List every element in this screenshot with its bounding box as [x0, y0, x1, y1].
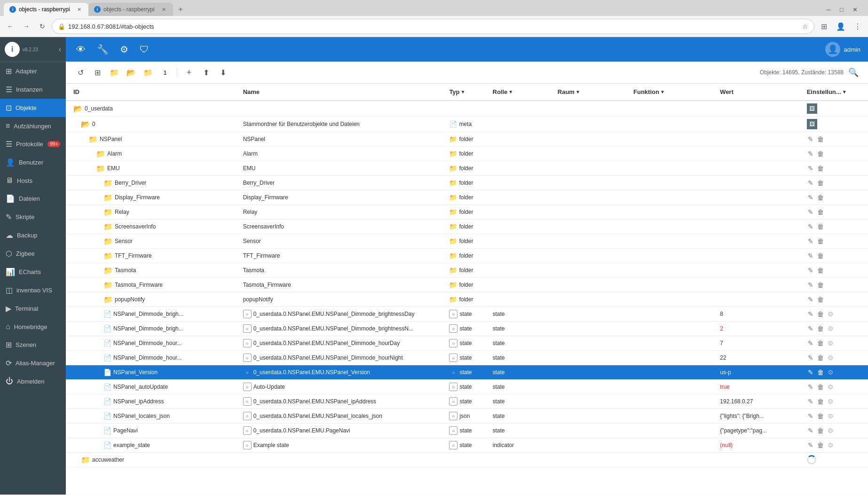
table-row[interactable]: 📁 Alarm Alarm 📁folder ✎ 🗑: [66, 147, 868, 161]
upload-button[interactable]: ⬆: [199, 65, 213, 79]
sidebar-item-abmelden[interactable]: ⏻ Abmelden: [0, 372, 66, 390]
edit-button[interactable]: ✎: [807, 193, 814, 202]
forward-button[interactable]: →: [20, 20, 33, 33]
table-row[interactable]: 📁 Sensor Sensor 📁folder ✎ 🗑: [66, 234, 868, 249]
sidebar-item-adapter[interactable]: ⊞ Adapter: [0, 62, 66, 80]
delete-button[interactable]: 🗑: [816, 411, 825, 421]
settings-button[interactable]: ⚙: [827, 309, 835, 319]
table-row[interactable]: 📁 Relay Relay 📁folder ✎ 🗑: [66, 205, 868, 220]
edit-button[interactable]: ✎: [807, 440, 814, 450]
col-raum[interactable]: Raum ▼: [554, 84, 630, 101]
table-row[interactable]: 📁 EMU EMU 📁folder ✎ 🗑: [66, 161, 868, 176]
delete-button[interactable]: 🗑: [816, 440, 825, 450]
settings-button[interactable]: ⚙: [827, 397, 835, 406]
col-id[interactable]: ID: [66, 84, 239, 101]
close-button[interactable]: ✕: [849, 4, 860, 15]
settings-button[interactable]: ⚙: [827, 324, 835, 333]
maximize-button[interactable]: □: [836, 4, 847, 15]
minimize-button[interactable]: ─: [823, 4, 834, 15]
nav-shield-icon[interactable]: 🛡: [137, 41, 152, 58]
edit-button[interactable]: ✎: [807, 207, 814, 217]
delete-button[interactable]: 🗑: [816, 397, 825, 406]
delete-button[interactable]: 🗑: [816, 309, 825, 319]
nav-eye-icon[interactable]: 👁: [73, 41, 88, 58]
edit-button[interactable]: ✎: [807, 236, 814, 246]
delete-button[interactable]: 🗑: [816, 295, 825, 304]
edit-button[interactable]: ✎: [807, 149, 814, 158]
sidebar-item-zigbee[interactable]: ⬡ Zigbee: [0, 244, 66, 263]
table-row[interactable]: 📁 ScreensaverInfo ScreensaverInfo 📁folde…: [66, 220, 868, 234]
sidebar-item-instanzen[interactable]: ☰ Instanzen: [0, 80, 66, 99]
search-button[interactable]: 🔍: [846, 65, 860, 79]
edit-button[interactable]: ✎: [807, 411, 814, 421]
profile-button[interactable]: 👤: [834, 20, 847, 33]
table-row[interactable]: 📁 TFT_Firmware TFT_Firmware 📁folder ✎ 🗑: [66, 249, 868, 263]
edit-button[interactable]: ✎: [807, 134, 814, 144]
settings-button[interactable]: ⚙: [827, 382, 835, 392]
table-row[interactable]: 📄 NSPanel_Dimmode_hour... ○ 0_userdata.0…: [66, 351, 868, 365]
sidebar-item-terminal[interactable]: ▶ Terminal: [0, 299, 66, 318]
delete-button[interactable]: 🗑: [816, 236, 825, 246]
col-settings[interactable]: Einstellun... ▼: [803, 84, 868, 101]
col-name[interactable]: Name: [239, 84, 446, 101]
edit-button[interactable]: ✎: [807, 338, 814, 348]
settings-button[interactable]: ⚙: [827, 426, 835, 435]
number-button[interactable]: 1: [158, 65, 172, 79]
delete-button[interactable]: 🗑: [816, 178, 825, 188]
delete-button[interactable]: 🗑: [816, 368, 825, 377]
sidebar-item-aufzaehlungen[interactable]: ≡ Aufzählungen: [0, 117, 66, 135]
sidebar-item-echarts[interactable]: 📊 ECharts: [0, 263, 66, 281]
delete-button[interactable]: 🗑: [816, 149, 825, 158]
delete-button[interactable]: 🗑: [816, 382, 825, 392]
table-row[interactable]: 📄 NSPanel_Dimmode_brigh... ○ 0_userdata.…: [66, 307, 868, 322]
folder-add-button[interactable]: 📁: [141, 65, 155, 79]
edit-button[interactable]: ✎: [807, 309, 814, 319]
table-row[interactable]: 📁 NSPanel NSPanel 📁folder ✎ 🗑: [66, 132, 868, 147]
sidebar-item-inventwo[interactable]: ◫ inventwo VIS: [0, 281, 66, 299]
edit-button[interactable]: ✎: [807, 397, 814, 406]
table-row[interactable]: 📁 accuweather: [66, 453, 868, 467]
sidebar-collapse-button[interactable]: ‹: [59, 45, 61, 54]
grid-view-button[interactable]: ⊞: [90, 65, 104, 79]
table-row[interactable]: 📁 Tasmota_Firmware Tasmota_Firmware 📁fol…: [66, 278, 868, 292]
url-bar[interactable]: 🔒 192.168.0.67:8081/#tab-objects ☆: [52, 19, 814, 34]
settings-button[interactable]: ⚙: [827, 338, 835, 348]
user-menu[interactable]: 👤 admin: [825, 42, 860, 57]
edit-button[interactable]: ✎: [807, 251, 814, 260]
sidebar-item-protokolle[interactable]: ☰ Protokolle 99+: [0, 135, 66, 153]
extensions-button[interactable]: ⊞: [817, 20, 830, 33]
edit-button[interactable]: ✎: [807, 222, 814, 231]
edit-button[interactable]: ✎: [807, 382, 814, 392]
bookmark-icon[interactable]: ☆: [802, 23, 808, 30]
sidebar-item-szenen[interactable]: ⊞ Szenen: [0, 336, 66, 354]
delete-button[interactable]: 🗑: [816, 251, 825, 260]
table-row[interactable]: 📁 Display_Firmware Display_Firmware 📁fol…: [66, 190, 868, 205]
col-typ[interactable]: Typ ▼: [445, 84, 489, 101]
settings-button[interactable]: ⚙: [827, 411, 835, 421]
delete-button[interactable]: 🗑: [816, 222, 825, 231]
refresh-button[interactable]: ↺: [73, 65, 87, 79]
nav-gear-icon[interactable]: ⚙: [117, 41, 131, 58]
delete-button[interactable]: 🗑: [816, 207, 825, 217]
edit-button[interactable]: ✎: [807, 266, 814, 275]
table-row[interactable]: 📄 PageNavi ○ 0_userdata.0.NSPanel.EMU.Pa…: [66, 424, 868, 438]
table-row[interactable]: 📄 example_state ○ Example state ○state i…: [66, 438, 868, 453]
delete-button[interactable]: 🗑: [816, 266, 825, 275]
table-row[interactable]: 📂 0 Stammordner für Benutzerobjekte und …: [66, 117, 868, 132]
folder-open-button[interactable]: 📂: [124, 65, 138, 79]
tab-1[interactable]: i objects - raspberrypi ✕: [4, 3, 88, 16]
table-row[interactable]: 📁 Berry_Driver Berry_Driver 📁folder ✎ 🗑: [66, 176, 868, 190]
delete-button[interactable]: 🗑: [816, 426, 825, 435]
delete-button[interactable]: 🗑: [816, 324, 825, 333]
edit-button[interactable]: ✎: [807, 324, 814, 333]
table-row[interactable]: 📄 NSPanel_Version ○ 0_userdata.0.NSPanel…: [66, 365, 868, 380]
sidebar-item-dateien[interactable]: 📄 Dateien: [0, 189, 66, 208]
table-row[interactable]: 📄 NSPanel_Dimmode_brigh... ○ 0_userdata.…: [66, 322, 868, 336]
edit-button[interactable]: ✎: [807, 426, 814, 435]
sidebar-item-hosts[interactable]: 🖥 Hosts: [0, 172, 66, 189]
sidebar-item-objekte[interactable]: ⊡ Objekte: [0, 99, 66, 117]
sidebar-item-skripte[interactable]: ✎ Skripte: [0, 208, 66, 226]
sidebar-item-benutzer[interactable]: 👤 Benutzer: [0, 153, 66, 172]
sidebar-item-homebridge[interactable]: ⌂ Homebridge: [0, 318, 66, 336]
edit-button[interactable]: ✎: [807, 368, 814, 377]
